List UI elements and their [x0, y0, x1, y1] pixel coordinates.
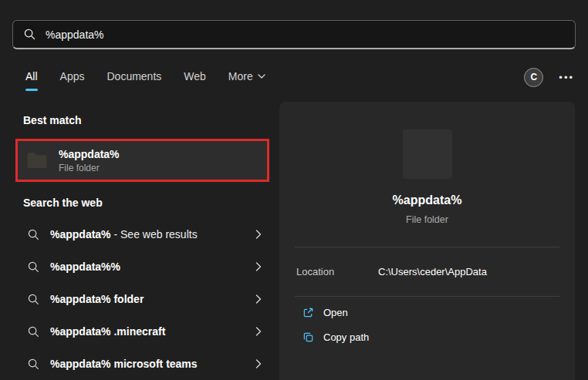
- suggestion-row[interactable]: %appdata% .minecraft: [17, 315, 269, 348]
- tab-documents-label: Documents: [106, 70, 161, 82]
- open-label: Open: [323, 307, 348, 318]
- suggestion-text: %appdata%%: [50, 261, 245, 273]
- search-icon: [24, 29, 35, 40]
- search-icon: [28, 294, 39, 305]
- preview-subtitle: File folder: [279, 214, 575, 225]
- avatar[interactable]: C: [524, 68, 543, 87]
- folder-icon: [25, 149, 49, 172]
- open-external-icon: [302, 307, 314, 318]
- suggestion-text: %appdata% microsoft teams: [50, 358, 245, 370]
- suggestion-row[interactable]: %appdata%%: [17, 251, 269, 283]
- chevron-right-icon: [255, 262, 262, 271]
- search-icon: [28, 358, 39, 370]
- search-query-text: %appdata%: [46, 29, 104, 41]
- header-actions: C •••: [524, 68, 574, 92]
- windows-search-flyout: %appdata% All Apps Documents Web More C …: [0, 0, 588, 380]
- divider: [295, 247, 559, 247]
- open-action[interactable]: Open: [302, 307, 348, 318]
- preview-pane: %appdata% File folder Location C:\Users\…: [279, 102, 575, 380]
- chevron-right-icon: [255, 359, 262, 368]
- tab-web-label: Web: [184, 70, 206, 82]
- tab-apps[interactable]: Apps: [59, 67, 86, 92]
- folder-preview-icon: [403, 129, 452, 179]
- best-match-result[interactable]: %appdata% File folder: [15, 139, 269, 182]
- suggestion-row[interactable]: %appdata% - See web results: [17, 218, 269, 251]
- chevron-right-icon: [255, 230, 262, 239]
- best-match-header: Best match: [23, 114, 81, 126]
- tab-more-label: More: [228, 70, 253, 82]
- tab-all-label: All: [25, 70, 38, 82]
- suggestion-row[interactable]: %appdata% folder: [17, 283, 269, 315]
- web-suggestions-list: %appdata% - See web results %appdata%% %…: [17, 218, 269, 380]
- copy-path-action[interactable]: Copy path: [302, 331, 369, 343]
- suggestion-text: %appdata% folder: [50, 293, 245, 305]
- search-icon: [28, 261, 39, 273]
- best-match-title: %appdata%: [59, 148, 120, 160]
- tab-documents[interactable]: Documents: [106, 67, 162, 92]
- suggestion-row[interactable]: %appdata% microsoft teams: [17, 348, 269, 380]
- chevron-down-icon: [258, 74, 265, 79]
- filter-tabs: All Apps Documents Web More C •••: [25, 66, 574, 92]
- search-input[interactable]: %appdata%: [12, 20, 576, 49]
- preview-title: %appdata%: [279, 193, 575, 207]
- tab-all[interactable]: All: [25, 67, 39, 92]
- best-match-text: %appdata% File folder: [59, 148, 120, 173]
- more-options-icon[interactable]: •••: [559, 72, 574, 83]
- tab-more[interactable]: More: [228, 67, 266, 92]
- chevron-right-icon: [255, 294, 262, 304]
- search-the-web-header: Search the web: [23, 197, 103, 209]
- chevron-right-icon: [255, 327, 262, 336]
- copy-path-label: Copy path: [323, 331, 369, 343]
- suggestion-text: %appdata% .minecraft: [50, 325, 245, 338]
- suggestion-text: %appdata% - See web results: [50, 228, 245, 240]
- search-icon: [28, 326, 39, 338]
- best-match-subtitle: File folder: [59, 163, 120, 173]
- tab-apps-label: Apps: [60, 70, 85, 82]
- location-value: C:\Users\ceder\AppData: [378, 266, 487, 277]
- tab-web[interactable]: Web: [183, 67, 207, 92]
- divider: [295, 296, 559, 297]
- location-row: Location C:\Users\ceder\AppData: [296, 266, 559, 277]
- search-icon: [28, 229, 39, 240]
- location-label: Location: [296, 266, 378, 277]
- copy-icon: [302, 331, 314, 343]
